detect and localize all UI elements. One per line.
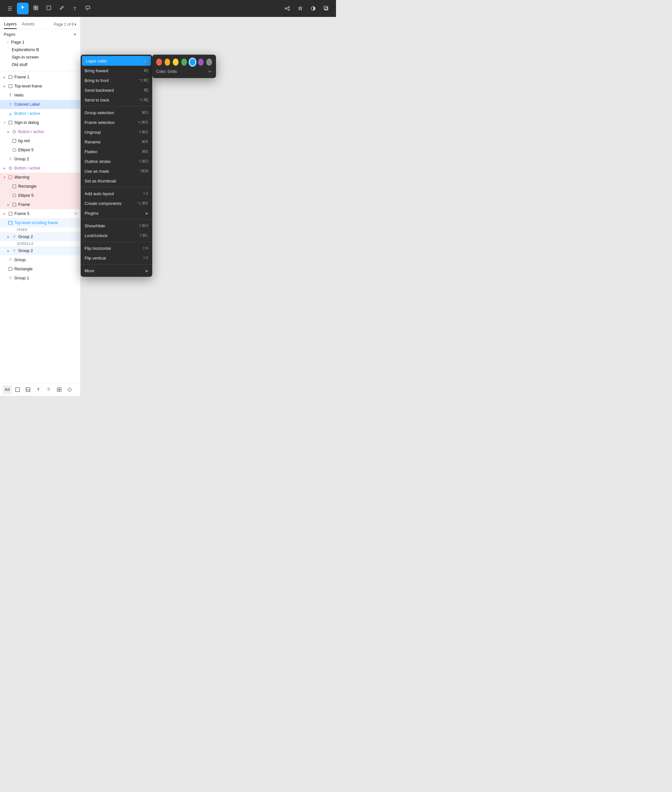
filter-text-button[interactable]: T xyxy=(34,385,43,394)
svg-marker-17 xyxy=(13,130,16,133)
filter-all-button[interactable]: All xyxy=(3,385,12,394)
ctx-more[interactable]: More ▶ xyxy=(81,266,152,275)
ctx-flatten[interactable]: Flatten ⌘E xyxy=(81,147,152,157)
color-dot-gray[interactable] xyxy=(206,59,212,66)
layer-frame-nested[interactable]: ▶ Frame xyxy=(0,200,80,209)
select-tool-button[interactable] xyxy=(17,3,29,14)
ctx-show-hide[interactable]: Show/Hide ⇧⌘H xyxy=(81,221,152,230)
color-dot-orange[interactable] xyxy=(165,59,170,66)
ctx-plugins[interactable]: Plugins ▶ xyxy=(81,208,152,218)
visibility-icon[interactable]: 👁 xyxy=(74,212,78,216)
tab-layers[interactable]: Layers xyxy=(4,19,17,29)
comment-tool-button[interactable] xyxy=(82,3,94,14)
color-dot-green[interactable] xyxy=(181,59,187,66)
layer-group2-scrolls[interactable]: ▶ ⠿ Group 2 xyxy=(0,246,80,255)
filter-groups-button[interactable] xyxy=(54,385,64,394)
layers-toggle-button[interactable] xyxy=(320,3,332,14)
layer-button-active-2[interactable]: ▶ Button / active xyxy=(0,163,80,173)
ctx-bring-to-front[interactable]: Bring to front ⌥⌘] xyxy=(81,75,152,85)
text-icon: T xyxy=(8,93,13,98)
contrast-button[interactable] xyxy=(307,3,319,14)
ctx-flip-horizontal[interactable]: Flip horizontal ⇧H xyxy=(81,243,152,253)
layer-warning[interactable]: ▼ Warning xyxy=(0,173,80,182)
ctx-divider-2 xyxy=(81,187,152,187)
layer-rectangle[interactable]: ▶ Rectangle xyxy=(0,182,80,191)
color-dots-row xyxy=(156,59,212,66)
layer-button-active-1[interactable]: ▶ Button / active xyxy=(0,109,80,118)
filter-images-button[interactable] xyxy=(23,385,32,394)
ctx-set-as-thumbnail[interactable]: Set as thumbnail xyxy=(81,176,152,186)
ctx-arrow-icon: ▶ xyxy=(144,59,147,63)
layer-toplevel-frame[interactable]: ▶ Top-level frame xyxy=(0,82,80,91)
grid-tool-button[interactable] xyxy=(30,3,42,14)
color-label: Color: Grids xyxy=(156,69,177,74)
ctx-send-to-back[interactable]: Send to back ⌥⌘[ xyxy=(81,95,152,105)
ctx-rename[interactable]: Rename ⌘R xyxy=(81,137,152,147)
frame-icon xyxy=(8,83,13,89)
color-dot-blue[interactable] xyxy=(190,59,195,66)
share-button[interactable] xyxy=(282,3,293,14)
svg-rect-30 xyxy=(57,388,59,390)
layer-bg-red[interactable]: ▶ bg red xyxy=(0,136,80,146)
text-tool-button[interactable]: T xyxy=(69,3,81,14)
layer-frame1[interactable]: ▶ Frame 1 xyxy=(0,72,80,82)
shape-tool-button[interactable] xyxy=(43,3,54,14)
ctx-outline-stroke[interactable]: Outline stroke ⇧⌘O xyxy=(81,157,152,166)
color-dot-purple[interactable] xyxy=(198,59,204,66)
layer-signin-dialog[interactable]: ▼ Sign-in dialog xyxy=(0,118,80,127)
page-item-oldstuff[interactable]: Old stuff xyxy=(4,61,77,68)
layer-ellipse5-2[interactable]: ▶ Ellipse 5 xyxy=(0,191,80,200)
svg-point-7 xyxy=(288,9,290,10)
ctx-item-label: Layer color xyxy=(86,59,144,63)
ctx-frame-selection[interactable]: Frame selection ⌥⌘G xyxy=(81,117,152,127)
add-page-button[interactable]: + xyxy=(74,32,77,37)
ctx-bring-forward[interactable]: Bring foward ⌘] xyxy=(81,66,152,75)
component-instance-icon xyxy=(12,129,17,134)
pen-tool-button[interactable] xyxy=(56,3,68,14)
page-item-page1[interactable]: ✓ Page 1 xyxy=(4,38,77,46)
layer-group1[interactable]: ▶ ⠿ Group 1 xyxy=(0,274,80,283)
ctx-layer-color[interactable]: Layer color ▶ xyxy=(82,56,151,66)
ctx-use-as-mask[interactable]: Use as mask ^⌘M xyxy=(81,166,152,176)
page-item-explorations[interactable]: Explorations B xyxy=(4,46,77,53)
menu-button[interactable]: ☰ xyxy=(4,3,16,14)
group-icon: ⠿ xyxy=(8,257,13,262)
frame-icon xyxy=(12,202,17,207)
layer-colored-label[interactable]: ▶ ⠿ Colored Label xyxy=(0,100,80,109)
sidebar-bottom-toolbar: All T ⠿ xyxy=(0,383,80,396)
scroll-frame-icon xyxy=(8,220,13,226)
ctx-group-selection[interactable]: Group selection ⌘G xyxy=(81,108,152,117)
chevron-icon: ▶ xyxy=(6,203,10,206)
filter-components-button[interactable]: ⠿ xyxy=(44,385,53,394)
filter-frames-button[interactable] xyxy=(13,385,22,394)
layer-group2-1[interactable]: ▶ ⠿ Group 2 xyxy=(0,155,80,163)
ctx-flip-vertical[interactable]: Flip vertical ⇧V xyxy=(81,253,152,263)
layer-hello[interactable]: ▶ T Hello xyxy=(0,91,80,100)
color-dot-red[interactable] xyxy=(156,59,162,66)
layer-group[interactable]: ▶ ⠿ Group xyxy=(0,255,80,264)
tab-assets[interactable]: Assets xyxy=(22,19,35,29)
page-selector[interactable]: Page 1 of 6 ▾ xyxy=(54,22,77,27)
color-edit-icon[interactable]: ✏ xyxy=(208,69,212,74)
ctx-shortcut: ⇧V xyxy=(142,256,148,260)
star-button[interactable] xyxy=(294,3,306,14)
page-item-signin[interactable]: Sign-in screen xyxy=(4,53,77,61)
groups-filter-icon xyxy=(57,387,61,392)
ctx-shortcut: ⇧H xyxy=(142,246,148,250)
layer-frame5[interactable]: ▶ Frame 5 👁 xyxy=(0,209,80,218)
chevron-icon: ▶ xyxy=(3,75,6,79)
layer-ellipse5-1[interactable]: ▶ Ellipse 5 xyxy=(0,146,80,155)
layer-rectangle-2[interactable]: ▶ Rectangle xyxy=(0,264,80,274)
filter-instances-button[interactable] xyxy=(65,385,74,394)
ctx-create-components[interactable]: Create components ⌥⌘K xyxy=(81,198,152,208)
color-dot-yellow[interactable] xyxy=(173,59,179,66)
ctx-ungroup[interactable]: Ungroup ⇧⌘G xyxy=(81,127,152,137)
component-instance-icon xyxy=(8,166,13,171)
layer-group2-fixed[interactable]: ▶ ⠿ Group 2 xyxy=(0,232,80,242)
ctx-send-backward[interactable]: Send backward ⌘[ xyxy=(81,85,152,95)
chevron-icon: ▶ xyxy=(3,166,6,170)
ctx-lock-unlock[interactable]: Lock/Unlock ⇧⌘L xyxy=(81,230,152,240)
layer-scrolling-frame[interactable]: ▶ Top-level scrolling frame xyxy=(0,218,80,227)
layer-button-active-nested[interactable]: ▶ Button / active xyxy=(0,127,80,136)
ctx-add-auto-layout[interactable]: Add auto layout ⇧A xyxy=(81,189,152,198)
